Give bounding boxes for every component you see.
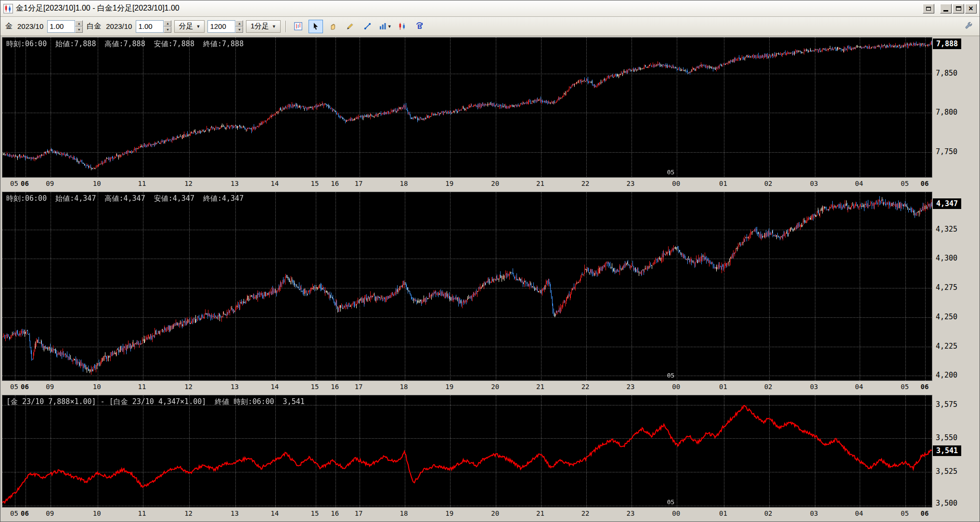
time-axis-label: 00 bbox=[672, 383, 680, 391]
time-axis-label: 10 bbox=[93, 383, 101, 391]
time-axis-label: 22 bbox=[581, 509, 590, 517]
b-refresh-icon: B bbox=[415, 22, 424, 31]
timeframe-dropdown-label: 1分足 bbox=[250, 22, 269, 31]
time-axis-label: 11 bbox=[138, 180, 146, 187]
price-axis-label: 7,800 bbox=[936, 108, 957, 117]
time-axis-label: 15 bbox=[311, 383, 319, 391]
time-axis-label: 20 bbox=[491, 509, 499, 517]
time-axis-label: 04 bbox=[855, 383, 863, 391]
minimize-button[interactable] bbox=[940, 4, 952, 13]
current-price-badge: 7,888 bbox=[933, 39, 961, 49]
time-axis-label: 14 bbox=[271, 383, 279, 391]
time-axis-label: 09 bbox=[46, 509, 54, 517]
platinum-chart-canvas[interactable] bbox=[2, 192, 932, 380]
platinum-multiplier-spin-buttons: ▲ ▼ bbox=[164, 20, 171, 33]
time-axis-label: 05 bbox=[901, 509, 909, 517]
time-axis-label: 11 bbox=[138, 509, 146, 517]
time-axis-label: 13 bbox=[231, 509, 239, 517]
time-axis-label: 19 bbox=[445, 509, 453, 517]
time-axis-label: 23 bbox=[627, 509, 635, 517]
time-axis-label: 14 bbox=[271, 180, 279, 187]
time-axis-label: 05 bbox=[901, 180, 909, 187]
time-axis-label: 04 bbox=[855, 180, 863, 187]
select-icon bbox=[311, 22, 320, 31]
chevron-down-icon: ▼ bbox=[387, 24, 392, 29]
hand-icon bbox=[328, 22, 337, 31]
time-axis-label: 06 bbox=[21, 383, 29, 391]
time-axis-label: 02 bbox=[764, 180, 773, 187]
platinum-multiplier-input[interactable] bbox=[136, 20, 164, 33]
price-axis-label: 4,200 bbox=[936, 371, 957, 379]
time-axis-label: 03 bbox=[810, 509, 818, 517]
gold-multiplier-spinner: ▲ ▼ bbox=[47, 20, 83, 33]
trendline-tool-button[interactable] bbox=[361, 20, 375, 33]
bar-count-spin-buttons: ▲ ▼ bbox=[235, 20, 243, 33]
gold-chart-canvas[interactable] bbox=[2, 38, 932, 177]
time-axis-label: 04 bbox=[855, 509, 863, 517]
time-axis-label: 14 bbox=[271, 509, 279, 517]
gold-time-axis: 0506091011121314151617181920212223000102… bbox=[2, 178, 932, 190]
time-axis-label: 18 bbox=[400, 509, 408, 517]
select-tool-button[interactable] bbox=[309, 20, 323, 33]
indicator-dropdown-button[interactable]: ▼ bbox=[378, 20, 392, 33]
platinum-plot-area: 時刻:06:00 始値:4,347 高値:4,347 安値:4,347 終値:4… bbox=[2, 192, 932, 381]
spin-down-button[interactable]: ▼ bbox=[235, 26, 243, 33]
window-buttons: × bbox=[922, 4, 977, 13]
current-price-badge: 4,347 bbox=[933, 198, 961, 209]
spin-down-button[interactable]: ▼ bbox=[164, 26, 171, 33]
spin-up-button[interactable]: ▲ bbox=[75, 20, 83, 26]
spin-up-button[interactable]: ▲ bbox=[235, 20, 243, 26]
maximize-icon bbox=[956, 6, 961, 11]
minimize-icon bbox=[943, 10, 948, 12]
maximize-button[interactable] bbox=[953, 4, 964, 13]
toolbar-separator bbox=[285, 21, 286, 32]
candle-style-tool-button[interactable] bbox=[395, 20, 410, 33]
time-axis-label: 12 bbox=[184, 383, 193, 391]
interval-dropdown[interactable]: 分足 ▼ bbox=[174, 20, 205, 33]
axis-corner bbox=[932, 381, 978, 393]
time-axis-label: 05 bbox=[10, 383, 18, 391]
time-axis-label: 16 bbox=[331, 180, 339, 187]
settings-wrench-button[interactable] bbox=[961, 20, 976, 33]
timeframe-dropdown[interactable]: 1分足 ▼ bbox=[246, 20, 280, 33]
time-axis-label: 18 bbox=[400, 180, 408, 187]
time-axis-label: 17 bbox=[355, 509, 363, 517]
axis-corner bbox=[932, 178, 978, 190]
titlebar[interactable]: 金1分足[2023/10]1.00 - 白金1分足[2023/10]1.00 × bbox=[0, 0, 980, 17]
time-axis-label: 01 bbox=[719, 180, 727, 187]
time-axis-label: 16 bbox=[331, 509, 339, 517]
interval-dropdown-label: 分足 bbox=[179, 22, 193, 31]
b-refresh-tool-button[interactable]: B bbox=[413, 20, 427, 33]
time-axis-label: 06 bbox=[21, 509, 29, 517]
bar-count-input[interactable] bbox=[207, 20, 235, 33]
gold-month-label: 2023/10 bbox=[17, 22, 43, 30]
time-axis-label: 19 bbox=[445, 383, 453, 391]
time-axis-label: 00 bbox=[672, 180, 680, 187]
spin-up-button[interactable]: ▲ bbox=[164, 20, 171, 26]
spread-time-axis: 0506091011121314151617181920212223000102… bbox=[2, 508, 932, 520]
time-axis-label: 09 bbox=[46, 180, 54, 187]
price-axis-label: 4,275 bbox=[936, 283, 957, 292]
time-axis-label: 15 bbox=[311, 509, 319, 517]
current-price-badge: 3,541 bbox=[933, 445, 961, 456]
trendline-icon bbox=[363, 22, 372, 31]
spin-down-button[interactable]: ▼ bbox=[75, 26, 83, 33]
close-button[interactable]: × bbox=[965, 4, 977, 13]
time-axis-label: 00 bbox=[672, 509, 680, 517]
price-axis-label: 4,250 bbox=[936, 313, 957, 321]
hand-tool-button[interactable] bbox=[326, 20, 340, 33]
gold-multiplier-input[interactable] bbox=[47, 20, 75, 33]
time-axis-label: 17 bbox=[355, 180, 363, 187]
spread-chart-panel: [金 23/10 7,888×1.00] - [白金 23/10 4,347×1… bbox=[2, 395, 978, 520]
detach-window-button[interactable] bbox=[923, 4, 934, 13]
pencil-tool-button[interactable] bbox=[343, 20, 358, 33]
gold-price-axis: 7,8507,8007,7507,888 bbox=[932, 37, 978, 178]
price-axis-label: 3,575 bbox=[936, 400, 957, 409]
platinum-chart-panel: 時刻:06:00 始値:4,347 高値:4,347 安値:4,347 終値:4… bbox=[2, 192, 978, 393]
chart-window-tool-button[interactable] bbox=[291, 20, 306, 33]
time-axis-label: 11 bbox=[138, 383, 146, 391]
spread-chart-canvas[interactable] bbox=[2, 395, 932, 507]
time-axis-label: 01 bbox=[719, 383, 727, 391]
time-axis-label: 20 bbox=[491, 180, 499, 187]
time-axis-label: 01 bbox=[719, 509, 727, 517]
